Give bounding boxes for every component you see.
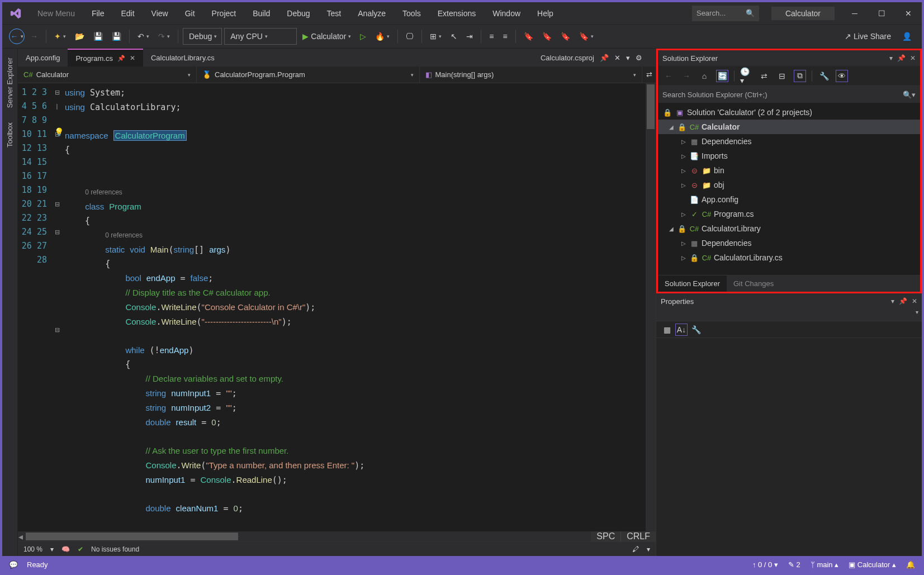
solution-node[interactable]: 🔒▣Solution 'Calculator' (2 of 2 projects… [658,105,920,120]
code-editor[interactable]: 💡 1 2 3 4 5 6 7 8 9 10 11 12 13 14 15 16… [18,83,656,531]
nav-project-combo[interactable]: C#Calculator [18,66,197,83]
tab-calc-library[interactable]: CalculatorLibrary.cs [143,49,222,66]
node-obj[interactable]: ▷⊝📁obj [658,178,920,192]
nav-method-combo[interactable]: ◧Main(string[] args) [420,66,643,83]
status-branch[interactable]: ᛘ main ▴ [811,560,838,569]
nav-back-button[interactable]: ← [9,28,25,44]
project-calculator[interactable]: ◢🔒C#Calculator [658,120,920,134]
close-icon[interactable]: ✕ [130,54,135,62]
tab-app-config[interactable]: App.config [18,49,68,66]
panel-dropdown-icon[interactable]: ▾ [889,54,893,62]
categorized-icon[interactable]: ▦ [661,324,673,336]
code-text[interactable]: using System; using CalculatorLibrary; n… [63,83,646,531]
highlighter-icon[interactable]: 🖍 [632,545,639,553]
undo-button[interactable]: ↶ [134,28,153,45]
node-program-cs[interactable]: ▷✓C#Program.cs [658,207,920,221]
home-icon[interactable]: ⌂ [698,70,710,82]
gear-icon[interactable]: ⚙ [636,54,642,62]
align-right-button[interactable]: ≡ [499,28,510,45]
menu-edit[interactable]: Edit [112,2,143,24]
close-icon[interactable]: ✕ [614,54,620,62]
tab-calc-csproj[interactable]: Calculator.csproj [541,54,594,62]
node-bin[interactable]: ▷⊝📁bin [658,163,920,178]
nav-back-icon[interactable]: ← [662,70,675,82]
node-calc-library-cs[interactable]: ▷🔒C#CalculatorLibrary.cs [658,250,920,265]
pin-icon[interactable]: 📌 [600,54,609,62]
panel-dropdown-icon[interactable]: ▾ [891,297,894,305]
prop-context-dropdown[interactable]: ▾ [656,309,922,321]
server-explorer-tab[interactable]: Server Explorer [4,54,15,111]
sync-icon[interactable]: ⇄ [758,70,770,82]
start-nodebug-button[interactable]: ▷ [357,28,369,45]
solution-tree[interactable]: 🔒▣Solution 'Calculator' (2 of 2 projects… [658,103,920,275]
horizontal-scrollbar[interactable]: ◂ SPC CRLF [18,531,656,541]
close-icon[interactable]: ✕ [910,54,916,62]
pin-icon[interactable]: 📌 [117,55,125,62]
brain-icon[interactable]: 🧠 [61,545,70,553]
menu-tools[interactable]: Tools [394,2,429,24]
history-icon[interactable]: 🕒▾ [740,70,752,82]
hot-reload-button[interactable]: 🔥 [372,28,393,45]
project-calc-library[interactable]: ◢🔒C#CalculatorLibrary [658,221,920,236]
layout-button[interactable]: ⊞ [427,28,445,45]
menu-help[interactable]: Help [529,2,562,24]
close-icon[interactable]: ✕ [912,297,917,305]
live-share-button[interactable]: ↗ Live Share [841,28,894,45]
cursor-icon[interactable]: ↖ [447,28,461,45]
browser-button[interactable]: 🖵 [402,28,417,45]
ed-crlf[interactable]: CRLF [620,531,656,541]
bookmark-next-button[interactable]: 🔖 [557,28,574,45]
menu-test[interactable]: Test [319,2,350,24]
zoom-level[interactable]: 100 % [23,545,42,553]
pin-icon[interactable]: 📌 [897,54,906,62]
start-debug-button[interactable]: ▶ Calculator [299,28,354,45]
fold-gutter[interactable]: ⊟|⊟⊟⊟⊟ [51,83,63,531]
config-combo[interactable]: Debug [183,28,222,45]
menu-view[interactable]: View [143,2,177,24]
tab-program-cs[interactable]: Program.cs📌✕ [68,49,143,66]
minimize-button[interactable]: ─ [841,2,868,24]
tab-sol-explorer[interactable]: Solution Explorer [658,275,727,292]
lightbulb-icon[interactable]: 💡 [54,127,64,136]
redo-button[interactable]: ↷ [155,28,173,45]
pin-icon[interactable]: 📌 [899,297,907,305]
toolbox-tab[interactable]: Toolbox [4,119,15,151]
alpha-icon[interactable]: A↓ [675,324,688,336]
switch-views-icon[interactable]: 🔄 [716,70,728,82]
save-button[interactable]: 💾 [90,28,106,45]
account-icon[interactable]: 👤 [899,28,915,45]
menu-extensions[interactable]: Extensions [429,2,484,24]
menu-new[interactable]: New Menu [29,2,83,24]
nav-class-combo[interactable]: 🥇CalculatorProgram.Program [197,66,420,83]
tabs-dropdown-icon[interactable]: ▾ [626,54,630,62]
bell-icon[interactable]: 🔔 [906,560,915,569]
node-imports[interactable]: ▷📑Imports [658,149,920,163]
align-left-button[interactable]: ≡ [486,28,497,45]
status-edits[interactable]: ✎ 2 [788,560,800,569]
tab-git-changes[interactable]: Git Changes [727,275,780,292]
status-errors[interactable]: ↑ 0 / 0 ▾ [752,560,778,569]
indent-button[interactable]: ⇥ [463,28,476,45]
show-all-icon[interactable]: ⧉ [794,70,806,82]
menu-build[interactable]: Build [244,2,278,24]
lib-node-dependencies[interactable]: ▷▦Dependencies [658,236,920,250]
collapse-icon[interactable]: ⊟ [776,70,788,82]
split-editor-icon[interactable]: ⇄ [642,70,656,79]
sol-explorer-search[interactable]: Search Solution Explorer (Ctrl+;) 🔍▾ [658,86,920,103]
save-all-button[interactable]: 💾 [108,28,125,45]
highlighter-dropdown-icon[interactable]: ▾ [647,545,650,553]
node-dependencies[interactable]: ▷▦Dependencies [658,134,920,149]
menu-window[interactable]: Window [484,2,529,24]
menu-file[interactable]: File [83,2,113,24]
menu-git[interactable]: Git [177,2,203,24]
new-item-button[interactable]: ✦ [51,28,69,45]
open-file-button[interactable]: 📂 [72,28,88,45]
platform-combo[interactable]: Any CPU [224,28,297,45]
bookmark-clear-button[interactable]: 🔖 [576,28,597,45]
bookmark-prev-button[interactable]: 🔖 [539,28,555,45]
menu-debug[interactable]: Debug [278,2,318,24]
ed-spc[interactable]: SPC [591,531,620,541]
menu-analyze[interactable]: Analyze [349,2,394,24]
menu-project[interactable]: Project [203,2,245,24]
wrench-icon[interactable]: 🔧 [818,70,830,82]
